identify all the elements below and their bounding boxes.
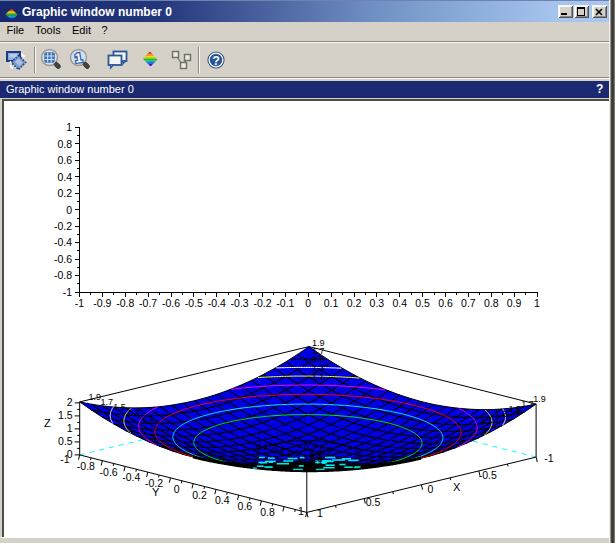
svg-text:-0.6: -0.6: [54, 253, 72, 265]
svg-text:0.7: 0.7: [461, 297, 476, 309]
svg-text:0: 0: [305, 297, 311, 309]
svg-text:0.4: 0.4: [215, 494, 230, 506]
svg-text:1.5: 1.5: [58, 409, 73, 421]
svg-text:Y: Y: [152, 486, 160, 498]
svg-text:-0.9: -0.9: [93, 297, 111, 309]
svg-text:-0.8: -0.8: [77, 460, 95, 472]
svg-text:1.3: 1.3: [312, 363, 325, 373]
svg-text:0.4: 0.4: [392, 297, 407, 309]
svg-text:-1: -1: [63, 286, 72, 298]
svg-text:0.1: 0.1: [324, 297, 339, 309]
svg-text:-0.8: -0.8: [54, 269, 72, 281]
svg-text:0.8: 0.8: [484, 297, 499, 309]
svg-text:0.5: 0.5: [58, 435, 73, 447]
svg-text:-0.1: -0.1: [276, 297, 294, 309]
svg-text:0.5: 0.5: [288, 448, 301, 458]
svg-text:-0.4: -0.4: [54, 236, 72, 248]
svg-text:1: 1: [317, 507, 323, 519]
svg-text:0.3: 0.3: [370, 297, 385, 309]
svg-text:0.9: 0.9: [507, 297, 522, 309]
svg-text:0: 0: [427, 483, 433, 495]
svg-text:-0.5: -0.5: [185, 297, 203, 309]
svg-text:-0.6: -0.6: [100, 466, 118, 478]
svg-text:X: X: [453, 481, 461, 493]
svg-text:1.1: 1.1: [142, 413, 155, 423]
svg-text:0.5: 0.5: [415, 297, 430, 309]
svg-text:-0.5: -0.5: [479, 469, 497, 481]
svg-text:0.5: 0.5: [366, 496, 381, 508]
svg-text:?: ?: [212, 54, 220, 68]
svg-text:1.5: 1.5: [113, 402, 126, 412]
svg-text:-0.8: -0.8: [116, 297, 134, 309]
svg-text:1.9: 1.9: [533, 394, 546, 404]
svg-text:2: 2: [67, 396, 73, 408]
svg-text:0.6: 0.6: [57, 154, 72, 166]
svg-text:1.9: 1.9: [312, 338, 325, 348]
svg-text:1.3: 1.3: [127, 408, 140, 418]
svg-text:0.2: 0.2: [347, 297, 362, 309]
svg-text:1: 1: [534, 297, 540, 309]
svg-text:Z: Z: [44, 417, 51, 429]
svg-text:1: 1: [67, 422, 73, 434]
svg-text:1.7: 1.7: [101, 397, 114, 407]
svg-text:-0.4: -0.4: [208, 297, 226, 309]
svg-text:1.1: 1.1: [480, 415, 493, 425]
svg-text:0.1: 0.1: [256, 442, 269, 452]
svg-text:-0.4: -0.4: [122, 471, 140, 483]
svg-text:0.6: 0.6: [238, 500, 253, 512]
svg-text:0.8: 0.8: [260, 506, 275, 518]
svg-text:0: 0: [67, 448, 73, 460]
svg-text:1: 1: [298, 505, 304, 517]
svg-text:1.1: 1.1: [312, 372, 325, 382]
svg-text:0.8: 0.8: [57, 138, 72, 150]
svg-text:1.3: 1.3: [495, 409, 508, 419]
svg-text:-0.2: -0.2: [253, 297, 271, 309]
svg-text:-0.3: -0.3: [231, 297, 249, 309]
svg-text:0.2: 0.2: [192, 489, 207, 501]
svg-text:0.4: 0.4: [57, 171, 72, 183]
svg-text:1.5: 1.5: [509, 404, 522, 414]
svg-text:0.3: 0.3: [272, 445, 285, 455]
svg-text:-0.2: -0.2: [54, 220, 72, 232]
svg-text:-0.7: -0.7: [139, 297, 157, 309]
svg-text:1.9: 1.9: [310, 448, 323, 458]
svg-text:0: 0: [174, 483, 180, 495]
svg-text:-0.6: -0.6: [162, 297, 180, 309]
svg-text:1: 1: [66, 121, 72, 133]
svg-text:0.2: 0.2: [57, 187, 72, 199]
svg-text:0: 0: [66, 204, 72, 216]
svg-text:1.9: 1.9: [89, 392, 102, 402]
svg-text:0.6: 0.6: [438, 297, 453, 309]
svg-text:1.7: 1.7: [521, 399, 534, 409]
svg-text:-1: -1: [75, 297, 84, 309]
svg-text:-1: -1: [544, 452, 553, 464]
